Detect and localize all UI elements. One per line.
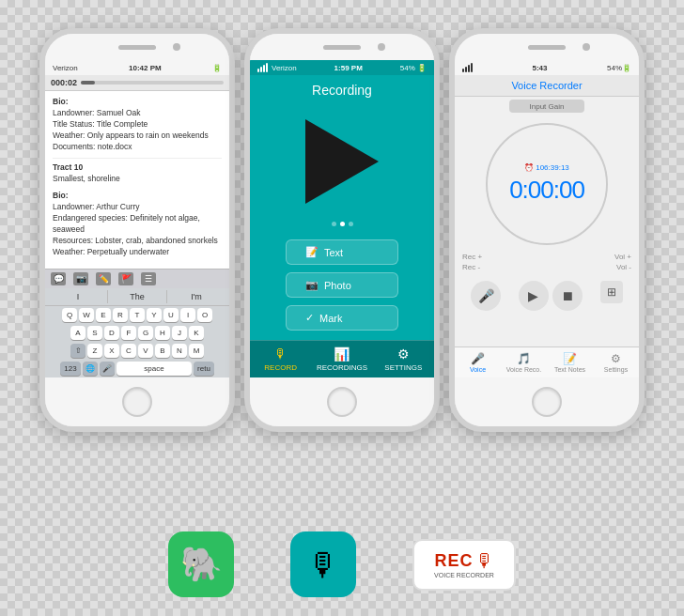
screen-1: 000:02 Bio: Landowner: Samuel Oak Title … xyxy=(45,75,229,377)
battery-1: 🔋 xyxy=(212,64,222,72)
rec-logo: REC 🎙 VOICE RECORDER xyxy=(412,539,516,591)
nav-settings-label-3: Settings xyxy=(604,366,628,373)
key-a[interactable]: A xyxy=(70,326,86,340)
option-text[interactable]: 📝 Text xyxy=(286,239,398,265)
key-e[interactable]: E xyxy=(96,308,111,322)
key-shift[interactable]: ⇧ xyxy=(70,344,86,358)
rec-plus-label: Rec + xyxy=(462,253,482,261)
nav-record-label: RECORD xyxy=(264,363,297,372)
screen-2: Recording 📝 Text 📷 Photo xyxy=(250,75,434,377)
evernote-icon: 🐘 xyxy=(180,545,223,584)
key-r[interactable]: R xyxy=(113,308,128,322)
recording-nav: 🎙 RECORD 📊 RECORDINGS ⚙ SETTINGS xyxy=(250,340,434,377)
play-area xyxy=(250,105,434,218)
nav-record[interactable]: 🎙 RECORD xyxy=(250,341,311,377)
status-bar-1: Verizon 10:42 PM 🔋 xyxy=(45,60,229,75)
nav-recordings[interactable]: 📊 RECORDINGS xyxy=(311,341,372,377)
weather-2: Weather: Perpetually underwater xyxy=(53,247,222,258)
action-row: 🎤 ▶ ⏹ ⊞ xyxy=(455,275,639,316)
option-mark-label: Mark xyxy=(319,313,342,324)
key-z[interactable]: Z xyxy=(87,344,102,358)
nav-voice-label: Voice xyxy=(470,366,486,373)
input-gain-bar[interactable]: Input Gain xyxy=(509,100,584,113)
suggest-1[interactable]: I xyxy=(49,290,108,303)
key-i[interactable]: I xyxy=(180,308,195,322)
screen-3: Voice Recorder Input Gain ⏰ 106:39:13 0:… xyxy=(455,75,639,377)
key-space[interactable]: space xyxy=(117,362,192,376)
key-globe[interactable]: 🌐 xyxy=(83,362,98,376)
home-button-2[interactable] xyxy=(327,387,357,417)
speaker-3 xyxy=(528,45,566,50)
home-button-3[interactable] xyxy=(532,387,562,417)
key-v[interactable]: V xyxy=(138,344,153,358)
play-btn-3[interactable]: ▶ xyxy=(519,281,549,311)
key-c[interactable]: C xyxy=(121,344,136,358)
status-bar-3: 5:43 54%🔋 xyxy=(455,60,639,75)
key-mic[interactable]: 🎤 xyxy=(100,362,115,376)
key-w[interactable]: W xyxy=(79,308,94,322)
key-123[interactable]: 123 xyxy=(60,362,81,376)
tract-desc: Smallest, shoreline xyxy=(53,174,222,185)
audio-progress xyxy=(81,81,224,85)
key-return[interactable]: retu xyxy=(194,362,214,376)
nav-settings-3[interactable]: ⚙ Settings xyxy=(593,347,639,377)
phone-bottom-2 xyxy=(250,377,434,426)
nav-voice[interactable]: 🎤 Voice xyxy=(455,347,501,377)
nav-settings[interactable]: ⚙ SETTINGS xyxy=(373,341,434,377)
keyboard-bottom-row: 123 🌐 🎤 space retu xyxy=(45,360,229,377)
key-n[interactable]: N xyxy=(172,344,187,358)
key-j[interactable]: J xyxy=(172,326,187,340)
nav-text-notes[interactable]: 📝 Text Notes xyxy=(547,347,593,377)
center-actions: ▶ ⏹ xyxy=(519,281,583,311)
tool-flag[interactable]: 🚩 xyxy=(118,272,133,285)
settings-icon: ⚙ xyxy=(397,346,410,362)
tool-list[interactable]: ☰ xyxy=(141,272,156,285)
key-d[interactable]: D xyxy=(104,326,119,340)
phone-recording: Verizon 1:59 PM 54% 🔋 Recording 📝 xyxy=(244,28,440,432)
key-t[interactable]: T xyxy=(130,308,145,322)
tool-chat[interactable]: 💬 xyxy=(51,272,66,285)
logos-row: 🐘 🎙 REC 🎙 VOICE RECORDER xyxy=(0,531,684,597)
text-icon: 📝 xyxy=(305,246,319,258)
mic-logo: 🎙 xyxy=(290,531,356,597)
phones-container: Verizon 10:42 PM 🔋 000:02 Bio: Landowner… xyxy=(9,28,675,432)
key-b[interactable]: B xyxy=(155,344,170,358)
key-m[interactable]: M xyxy=(189,344,204,358)
key-g[interactable]: G xyxy=(138,326,153,340)
tool-pencil[interactable]: ✏️ xyxy=(96,272,111,285)
speaker-2 xyxy=(323,45,361,50)
audio-progress-filled xyxy=(81,81,95,85)
input-gain-row: Input Gain xyxy=(455,97,639,116)
suggest-2[interactable]: The xyxy=(108,290,167,303)
rec-label: REC xyxy=(434,551,473,571)
option-mark[interactable]: ✓ Mark xyxy=(286,305,398,331)
play-button[interactable] xyxy=(305,119,379,204)
option-photo[interactable]: 📷 Photo xyxy=(286,272,398,298)
time-3: 5:43 xyxy=(532,64,547,72)
resources: Resources: Lobster, crab, abandoned snor… xyxy=(53,236,222,247)
nav-voice-recordings[interactable]: 🎵 Voice Reco. xyxy=(501,347,547,377)
key-h[interactable]: H xyxy=(155,326,170,340)
nav-text-notes-label: Text Notes xyxy=(554,366,585,373)
key-f[interactable]: F xyxy=(121,326,136,340)
settings-icon-3: ⚙ xyxy=(611,352,621,365)
documents: Documents: note.docx xyxy=(53,142,222,153)
key-u[interactable]: U xyxy=(163,308,179,322)
key-s[interactable]: S xyxy=(87,326,102,340)
evernote-logo: 🐘 xyxy=(168,531,234,597)
phone-top-2 xyxy=(250,34,434,60)
vol-minus-label: Vol - xyxy=(616,263,631,271)
key-y[interactable]: Y xyxy=(147,308,162,322)
suggest-3[interactable]: I'm xyxy=(167,290,225,303)
tool-camera[interactable]: 📷 xyxy=(73,272,88,285)
key-q[interactable]: Q xyxy=(62,308,77,322)
mic-btn[interactable]: 🎤 xyxy=(471,281,501,311)
key-o[interactable]: O xyxy=(197,308,212,322)
stop-btn[interactable]: ⏹ xyxy=(552,281,583,311)
key-x[interactable]: X xyxy=(104,344,119,358)
dot-2 xyxy=(340,222,345,226)
key-k[interactable]: K xyxy=(189,326,204,340)
voice-recordings-icon: 🎵 xyxy=(517,352,531,365)
extra-btn[interactable]: ⊞ xyxy=(600,281,623,303)
home-button-1[interactable] xyxy=(122,387,152,417)
